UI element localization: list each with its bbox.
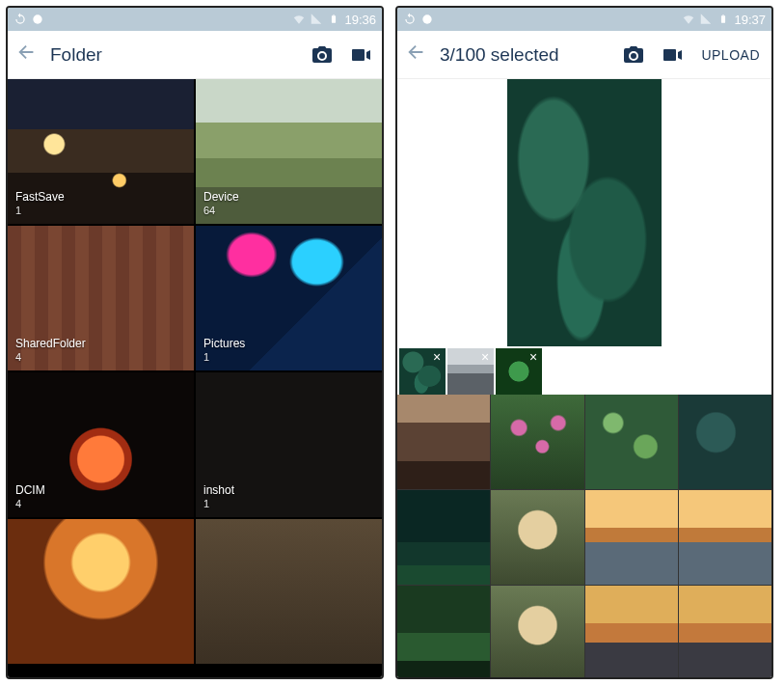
app-title: Folder bbox=[50, 44, 297, 66]
back-button[interactable] bbox=[405, 41, 428, 68]
gallery-item[interactable] bbox=[491, 586, 583, 677]
gallery-item[interactable] bbox=[585, 490, 678, 585]
signal-icon bbox=[310, 13, 323, 26]
video-button[interactable] bbox=[347, 41, 374, 68]
wifi-icon bbox=[292, 13, 306, 26]
gallery-item[interactable] bbox=[397, 490, 490, 585]
refresh-icon bbox=[14, 13, 27, 26]
gallery-item[interactable] bbox=[679, 395, 771, 489]
folder-name: SharedFolder bbox=[15, 337, 86, 351]
refresh-icon bbox=[403, 13, 417, 26]
folder-tile-sharedfolder[interactable]: SharedFolder 4 bbox=[8, 226, 194, 370]
gallery-item[interactable] bbox=[397, 586, 490, 677]
selected-thumb[interactable]: × bbox=[447, 348, 494, 395]
folder-count: 64 bbox=[203, 205, 239, 218]
svg-point-0 bbox=[33, 14, 41, 23]
folder-name: FastSave bbox=[15, 190, 65, 205]
folder-label: Device 64 bbox=[203, 190, 239, 218]
battery-icon bbox=[327, 13, 340, 26]
app-bar: 3/100 selected UPLOAD bbox=[397, 31, 771, 79]
status-bar: 19:36 bbox=[8, 8, 382, 31]
signal-icon bbox=[699, 13, 713, 26]
gallery-grid bbox=[397, 395, 771, 677]
status-time: 19:36 bbox=[344, 13, 376, 27]
remove-selection-icon[interactable]: × bbox=[478, 350, 492, 364]
folder-count: 1 bbox=[203, 498, 234, 511]
app-indicator-icon bbox=[31, 13, 44, 26]
preview-area bbox=[397, 79, 771, 346]
folder-tile-partial[interactable] bbox=[8, 519, 194, 664]
gallery-item[interactable] bbox=[585, 586, 678, 677]
wifi-icon bbox=[682, 13, 695, 26]
upload-button[interactable]: UPLOAD bbox=[697, 47, 764, 63]
gallery-item[interactable] bbox=[679, 490, 771, 585]
folder-count: 4 bbox=[15, 498, 45, 511]
folder-name: inshot bbox=[203, 483, 234, 498]
svg-rect-2 bbox=[334, 14, 336, 15]
folder-grid: FastSave 1 Device 64 SharedFolder 4 Pict… bbox=[8, 79, 382, 677]
folder-tile-device[interactable]: Device 64 bbox=[196, 79, 382, 224]
selection-content: × × × bbox=[397, 79, 771, 677]
phone-selection-view: 19:37 3/100 selected UPLOAD × × × bbox=[395, 6, 773, 679]
folder-tile-inshot[interactable]: inshot 1 bbox=[196, 372, 382, 517]
selection-count-title: 3/100 selected bbox=[440, 44, 608, 66]
folder-label: DCIM 4 bbox=[15, 483, 45, 511]
video-button[interactable] bbox=[659, 41, 686, 68]
folder-name: Device bbox=[203, 190, 239, 205]
gallery-item[interactable] bbox=[585, 395, 678, 489]
status-right-icons: 19:36 bbox=[292, 13, 376, 27]
folder-label: SharedFolder 4 bbox=[15, 337, 86, 365]
battery-icon bbox=[716, 13, 730, 26]
selected-thumb[interactable]: × bbox=[399, 348, 446, 395]
gallery-item[interactable] bbox=[491, 395, 583, 489]
camera-button[interactable] bbox=[620, 41, 647, 68]
back-button[interactable] bbox=[15, 41, 39, 68]
folder-label: inshot 1 bbox=[203, 483, 234, 511]
status-right-icons: 19:37 bbox=[682, 13, 766, 27]
svg-point-3 bbox=[422, 14, 431, 23]
camera-button[interactable] bbox=[309, 41, 336, 68]
folder-grid-container: FastSave 1 Device 64 SharedFolder 4 Pict… bbox=[8, 79, 382, 677]
folder-label: Pictures 1 bbox=[203, 337, 245, 365]
remove-selection-icon[interactable]: × bbox=[430, 350, 444, 364]
status-left-icons bbox=[403, 13, 434, 26]
svg-rect-5 bbox=[723, 14, 725, 15]
svg-rect-4 bbox=[721, 15, 725, 23]
folder-count: 1 bbox=[15, 205, 65, 218]
folder-count: 4 bbox=[15, 351, 86, 365]
folder-tile-fastsave[interactable]: FastSave 1 bbox=[8, 79, 194, 224]
gallery-item[interactable] bbox=[397, 395, 490, 489]
folder-name: Pictures bbox=[203, 337, 245, 351]
folder-tile-pictures[interactable]: Pictures 1 bbox=[196, 226, 382, 370]
folder-name: DCIM bbox=[15, 483, 45, 498]
gallery-item[interactable] bbox=[491, 490, 583, 585]
folder-count: 1 bbox=[203, 351, 245, 365]
folder-tile-dcim[interactable]: DCIM 4 bbox=[8, 372, 194, 517]
gallery-item[interactable] bbox=[679, 586, 771, 677]
remove-selection-icon[interactable]: × bbox=[527, 350, 540, 364]
folder-tile-partial[interactable] bbox=[196, 519, 382, 664]
folder-label: FastSave 1 bbox=[15, 190, 65, 218]
preview-image[interactable] bbox=[507, 79, 662, 346]
status-left-icons bbox=[14, 13, 44, 26]
app-bar: Folder bbox=[8, 31, 382, 79]
phone-folder-view: 19:36 Folder FastSave 1 Device 64 bbox=[6, 6, 384, 679]
selected-thumbnails-row: × × × bbox=[397, 346, 771, 395]
selected-thumb[interactable]: × bbox=[496, 348, 542, 395]
status-bar: 19:37 bbox=[397, 8, 771, 31]
app-indicator-icon bbox=[420, 13, 434, 26]
svg-rect-1 bbox=[332, 15, 336, 23]
status-time: 19:37 bbox=[734, 13, 766, 27]
